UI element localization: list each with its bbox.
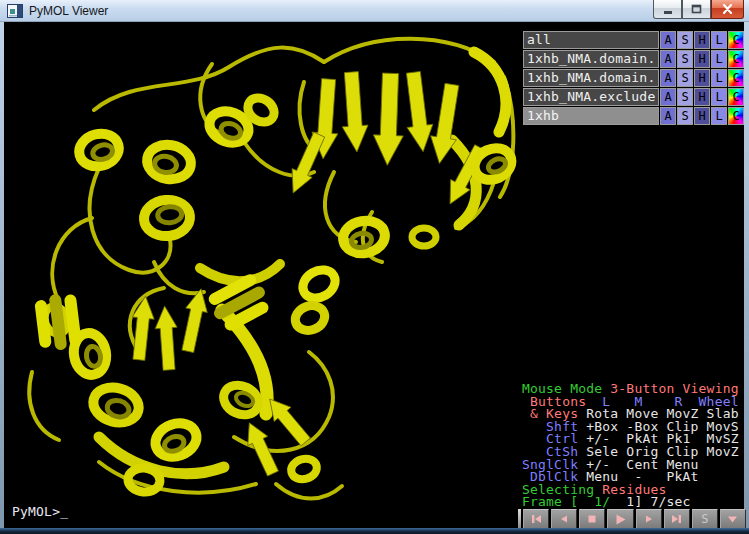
object-name[interactable]: 1xhb_NMA.domain.	[523, 50, 659, 68]
play-icon	[614, 513, 627, 526]
rewind-button[interactable]	[523, 509, 549, 529]
rewind-icon	[530, 513, 542, 525]
maximize-icon	[691, 4, 702, 14]
minimize-button[interactable]	[653, 0, 682, 19]
s-menu-button[interactable]: S	[677, 107, 693, 125]
s-menu-button[interactable]: S	[677, 88, 693, 106]
titlebar[interactable]: PyMOL Viewer	[0, 0, 749, 22]
step-forward-button[interactable]	[636, 509, 662, 529]
l-menu-button[interactable]: L	[711, 31, 727, 49]
vcr-separator	[518, 509, 521, 529]
c-menu-button[interactable]: C	[728, 69, 744, 87]
a-menu-button[interactable]: A	[660, 69, 676, 87]
a-menu-button[interactable]: A	[660, 50, 676, 68]
gl-viewport[interactable]: PyMOL>_ allASHLC1xhb_NMA.domain.ASHLC1xh…	[4, 22, 744, 528]
h-menu-button[interactable]: H	[694, 50, 710, 68]
scene-button[interactable]: S	[692, 509, 718, 529]
window-title: PyMOL Viewer	[29, 4, 108, 18]
s-menu-button[interactable]: S	[677, 50, 693, 68]
object-row: allASHLC	[523, 31, 744, 49]
side-helix	[34, 292, 83, 353]
menu-dropdown-icon	[726, 513, 739, 525]
window-bottom-border	[0, 528, 749, 534]
command-prompt[interactable]: PyMOL>_	[12, 504, 68, 519]
close-button[interactable]	[711, 0, 744, 19]
s-menu-button[interactable]: S	[677, 69, 693, 87]
object-name[interactable]: 1xhb_NMA.exclude	[523, 88, 659, 106]
h-menu-button[interactable]: H	[694, 69, 710, 87]
object-row: 1xhb_NMA.domain.ASHLC	[523, 69, 744, 87]
go-to-end-icon	[671, 513, 683, 525]
a-menu-button[interactable]: A	[660, 31, 676, 49]
pymol-viewer-window: PyMOL Viewer	[0, 0, 749, 534]
l-menu-button[interactable]: L	[711, 88, 727, 106]
h-menu-button[interactable]: H	[694, 88, 710, 106]
maximize-button[interactable]	[682, 0, 711, 19]
l-menu-button[interactable]: L	[711, 107, 727, 125]
c-menu-button[interactable]: C	[728, 31, 744, 49]
l-menu-button[interactable]: L	[711, 50, 727, 68]
go-to-end-button[interactable]	[664, 509, 690, 529]
step-back-button[interactable]	[551, 509, 577, 529]
close-icon	[722, 4, 733, 14]
object-name[interactable]: 1xhb	[523, 107, 659, 125]
object-name[interactable]: 1xhb_NMA.domain.	[523, 69, 659, 87]
app-icon	[7, 3, 23, 19]
mouse-panel-line: Frame [ 1/ 1] 7/sec	[522, 496, 744, 509]
menu-button[interactable]	[720, 509, 746, 529]
c-menu-button[interactable]: C	[728, 88, 744, 106]
a-menu-button[interactable]: A	[660, 88, 676, 106]
s-menu-button[interactable]: S	[677, 31, 693, 49]
playback-controls: S	[518, 509, 746, 529]
object-row: 1xhbASHLC	[523, 107, 744, 125]
play-button[interactable]	[607, 509, 633, 529]
scene-button-label: S	[701, 513, 708, 525]
l-menu-button[interactable]: L	[711, 69, 727, 87]
stop-icon	[586, 513, 598, 525]
object-row: 1xhb_NMA.excludeASHLC	[523, 88, 744, 106]
step-back-icon	[558, 513, 570, 525]
h-menu-button[interactable]: H	[694, 31, 710, 49]
h-menu-button[interactable]: H	[694, 107, 710, 125]
caption-buttons	[653, 0, 744, 19]
object-panel: allASHLC1xhb_NMA.domain.ASHLC1xhb_NMA.do…	[523, 31, 744, 126]
step-forward-icon	[643, 513, 655, 525]
stop-button[interactable]	[579, 509, 605, 529]
minimize-icon	[663, 5, 673, 14]
c-menu-button[interactable]: C	[728, 50, 744, 68]
a-menu-button[interactable]: A	[660, 107, 676, 125]
mouse-mode-panel: Mouse Mode 3-Button Viewing Buttons L M …	[522, 383, 744, 509]
object-row: 1xhb_NMA.domain.ASHLC	[523, 50, 744, 68]
object-name[interactable]: all	[523, 31, 659, 49]
c-menu-button[interactable]: C	[728, 107, 744, 125]
